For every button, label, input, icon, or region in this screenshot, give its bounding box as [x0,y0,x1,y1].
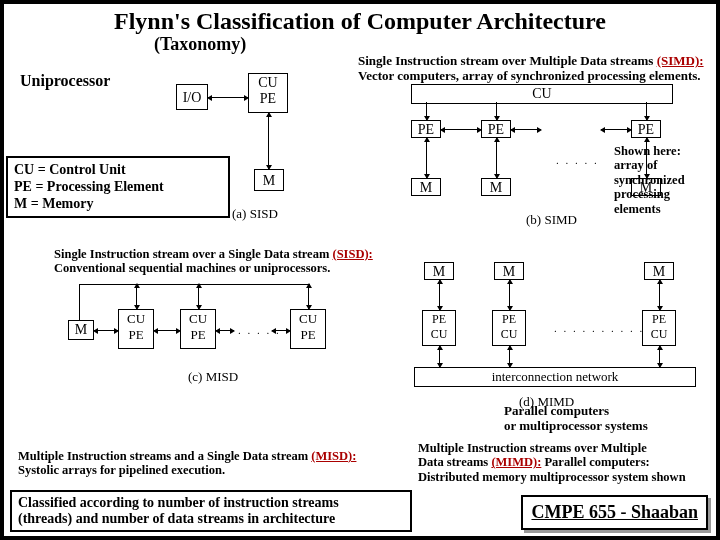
io-box: I/O [176,84,208,110]
text: Parallel computers: [541,455,649,469]
cu-wide: CU [411,84,673,104]
pe-box: PE [411,120,441,138]
text: or multiprocessor systems [504,419,714,434]
cupe-box: CU PE [248,73,288,113]
uniprocessor-label: Uniprocessor [20,72,110,90]
subtitle: (Taxonomy) [154,34,246,55]
cu-label: CU [645,327,673,342]
text: (threads) and number of data streams in … [18,511,404,527]
text: Multiple Instruction streams over Multip… [418,441,647,455]
cupe-box: CU PE [180,309,216,349]
text: Data streams [418,455,491,469]
simd-caption: (b) SIMD [526,212,577,228]
slide: Flynn's Classification of Computer Archi… [0,0,720,540]
cu-label: CU [495,327,523,342]
m-box: M [254,169,284,191]
text: Multiple Instruction streams and a Singl… [18,449,311,463]
pe-label: PE [495,312,523,327]
m-box: M [481,178,511,196]
misd-diagram: M CU PE CU PE . . . . . CU PE (c) MISD [68,284,378,419]
sisd-description: Single Instruction stream over a Single … [54,247,414,276]
page-title: Flynn's Classification of Computer Archi… [4,8,716,35]
pe-label: PE [121,327,151,343]
pe-box: PE [481,120,511,138]
text: Vector computers, array of synchronized … [358,68,701,83]
text: Parallel computers [504,404,714,419]
misd-description: Multiple Instruction streams and a Singl… [18,449,388,478]
cu-label: CU [293,311,323,327]
cupe-box: CU PE [118,309,154,349]
text: Conventional sequential machines or unip… [54,261,330,275]
misd-caption: (c) MISD [188,369,238,385]
dots: . . . . . . . . . . . [554,322,654,334]
pe-label: PE [645,312,673,327]
mimd-diagram: M M M PE CU PE CU . . . . . . . . . . . … [404,262,714,422]
text: array of synchronized [614,158,716,187]
legend-m: M = Memory [14,196,222,213]
shown-here-note: Shown here: array of synchronized proces… [614,144,716,216]
pe-label: PE [250,91,286,107]
text: Distributed memory multiprocessor system… [418,470,686,484]
m-box: M [494,262,524,280]
legend-cu: CU = Control Unit [14,162,222,179]
simd-acronym: (SIMD): [657,53,704,68]
text: Single Instruction stream over a Single … [54,247,332,261]
pecu-box: PE CU [642,310,676,346]
parallel-note: Parallel computers or multiprocessor sys… [504,404,714,434]
m-box: M [411,178,441,196]
pe-label: PE [425,312,453,327]
pe-label: PE [183,327,213,343]
cu-label: CU [121,311,151,327]
interconnect-box: interconnection network [414,367,696,387]
text: Classified according to number of instru… [18,495,404,511]
cupe-box: CU PE [290,309,326,349]
text: Single Instruction stream over Multiple … [358,53,657,68]
sisd-caption: (a) SISD [232,206,278,222]
course-label: CMPE 655 - Shaaban [531,502,698,522]
m-box: M [644,262,674,280]
legend-box: CU = Control Unit PE = Processing Elemen… [6,156,230,218]
m-box: M [68,320,94,340]
simd-description: Single Instruction stream over Multiple … [358,54,710,84]
mimd-acronym: (MIMD): [491,455,541,469]
pe-label: PE [293,327,323,343]
sisd-acronym: (SISD): [332,247,372,261]
cu-label: CU [250,75,286,91]
pecu-box: PE CU [422,310,456,346]
text: processing elements [614,187,716,216]
legend-pe: PE = Processing Element [14,179,222,196]
text: Systolic arrays for pipelined execution. [18,463,225,477]
m-box: M [424,262,454,280]
cu-label: CU [425,327,453,342]
classified-box: Classified according to number of instru… [10,490,412,532]
course-footer: CMPE 655 - Shaaban [521,495,708,530]
mimd-description: Multiple Instruction streams over Multip… [418,441,708,484]
pecu-box: PE CU [492,310,526,346]
pe-box: PE [631,120,661,138]
text: Shown here: [614,144,716,158]
misd-acronym: (MISD): [311,449,356,463]
cu-label: CU [183,311,213,327]
dots: . . . . . [556,154,599,166]
